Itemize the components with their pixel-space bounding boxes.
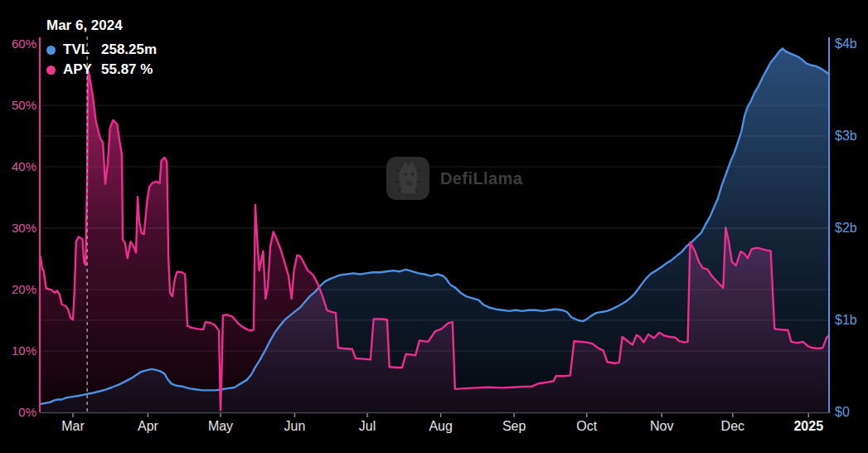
- chart-canvas[interactable]: DefiLlama 0%10%20%30%40%50%60%$0$1b$2b$3…: [0, 0, 868, 453]
- tooltip-apy-value: 55.87 %: [101, 61, 153, 78]
- hover-tooltip: Mar 6, 2024 TVL 258.25m APY 55.87 %: [46, 17, 157, 80]
- tooltip-date: Mar 6, 2024: [46, 17, 157, 34]
- tooltip-tvl-label: TVL: [63, 41, 95, 58]
- tvl-series-dot: [46, 46, 56, 55]
- tooltip-row-apy: APY 55.87 %: [46, 60, 157, 80]
- apy-series-dot: [46, 66, 56, 75]
- defillama-chart-page: { "tooltip": { "date": "Mar 6, 2024", "r…: [0, 0, 868, 453]
- tooltip-tvl-value: 258.25m: [101, 41, 157, 58]
- tooltip-apy-label: APY: [63, 61, 95, 78]
- tooltip-row-tvl: TVL 258.25m: [46, 40, 157, 60]
